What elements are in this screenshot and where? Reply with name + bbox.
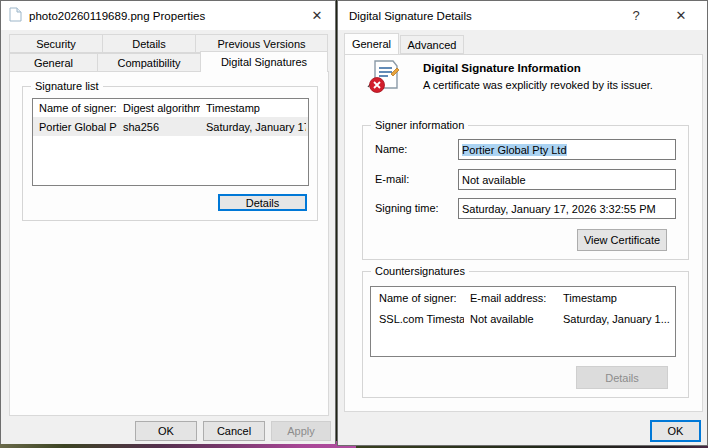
- signing-time-value: Saturday, January 17, 2026 3:32:55 PM: [462, 203, 656, 215]
- revocation-message: A certificate was explicitly revoked by …: [423, 79, 653, 91]
- view-certificate-button[interactable]: View Certificate: [577, 229, 667, 251]
- properties-footer: OK Cancel Apply: [1, 416, 335, 444]
- column-header-name-of-signer[interactable]: Name of signer:: [33, 102, 117, 114]
- column-header-name-of-signer[interactable]: Name of signer:: [371, 292, 464, 304]
- cancel-button[interactable]: Cancel: [203, 421, 265, 441]
- signature-row[interactable]: Portier Global Pty... sha256 Saturday, J…: [33, 117, 308, 136]
- details-button[interactable]: Details: [218, 194, 307, 211]
- email-value: Not available: [462, 174, 526, 186]
- countersignature-row-email: Not available: [464, 313, 557, 325]
- tab-previous-versions-label: Previous Versions: [217, 38, 305, 50]
- tab-general[interactable]: General: [9, 53, 98, 72]
- tab-general-label: General: [352, 38, 391, 50]
- properties-dialog-title: photo20260119689.png Properties: [29, 10, 205, 22]
- tab-advanced[interactable]: Advanced: [400, 35, 464, 54]
- digital-signatures-tabpage: Signature list Name of signer: Digest al…: [9, 71, 329, 416]
- tab-compatibility-label: Compatibility: [118, 57, 181, 69]
- properties-dialog: photo20260119689.png Properties ✕ Securi…: [0, 0, 336, 444]
- tab-security[interactable]: Security: [9, 34, 103, 53]
- tab-digital-signatures-label: Digital Signatures: [221, 56, 307, 68]
- signer-information-group-label: Signer information: [371, 119, 468, 131]
- signature-row-timestamp: Saturday, January 17,...: [200, 121, 306, 133]
- countersignature-details-button[interactable]: Details: [576, 366, 668, 389]
- properties-titlebar: photo20260119689.png Properties ✕: [1, 1, 335, 30]
- ok-button[interactable]: OK: [650, 420, 701, 442]
- name-label: Name:: [375, 143, 407, 155]
- details-footer: OK: [338, 412, 707, 445]
- signing-time-label: Signing time:: [375, 202, 439, 214]
- signature-listview-header: Name of signer: Digest algorithm Timesta…: [33, 99, 308, 117]
- countersignatures-listview[interactable]: Name of signer: E-mail address: Timestam…: [370, 286, 676, 357]
- ok-button[interactable]: OK: [135, 421, 197, 441]
- countersignature-row-timestamp: Saturday, January 1...: [557, 313, 675, 325]
- column-header-timestamp[interactable]: Timestamp: [200, 102, 306, 114]
- column-header-timestamp[interactable]: Timestamp: [557, 292, 675, 304]
- tab-general-label: General: [34, 57, 73, 69]
- name-field[interactable]: Portier Global Pty Ltd: [458, 139, 676, 160]
- countersignature-row[interactable]: SSL.com Timesta... Not available Saturda…: [371, 308, 675, 329]
- countersignatures-groupbox: Countersignatures Name of signer: E-mail…: [362, 271, 689, 398]
- column-header-email-address[interactable]: E-mail address:: [464, 292, 557, 304]
- countersignature-row-name: SSL.com Timesta...: [371, 313, 464, 325]
- tab-compatibility[interactable]: Compatibility: [97, 53, 201, 72]
- tab-digital-signatures[interactable]: Digital Signatures: [200, 51, 328, 72]
- tab-general[interactable]: General: [344, 33, 399, 54]
- signature-row-digest: sha256: [117, 121, 200, 133]
- countersignatures-header: Name of signer: E-mail address: Timestam…: [371, 287, 675, 308]
- signature-listview[interactable]: Name of signer: Digest algorithm Timesta…: [32, 98, 309, 186]
- tab-security-label: Security: [36, 38, 76, 50]
- tab-details-label: Details: [132, 38, 166, 50]
- close-icon[interactable]: ✕: [299, 1, 335, 29]
- general-tabpage: Digital Signature Information A certific…: [344, 54, 703, 412]
- tab-advanced-label: Advanced: [408, 39, 457, 51]
- signer-information-groupbox: Signer information Name: Portier Global …: [362, 125, 689, 260]
- email-label: E-mail:: [375, 173, 409, 185]
- digital-signature-icon: [367, 60, 403, 96]
- info-heading: Digital Signature Information: [423, 62, 581, 74]
- signature-list-groupbox: Signature list Name of signer: Digest al…: [22, 86, 318, 221]
- column-header-digest-algorithm[interactable]: Digest algorithm: [117, 102, 200, 114]
- countersignatures-group-label: Countersignatures: [371, 265, 469, 277]
- file-icon: [9, 7, 22, 24]
- details-dialog-title: Digital Signature Details: [349, 10, 472, 22]
- details-titlebar: Digital Signature Details ? ✕: [338, 1, 707, 30]
- help-icon[interactable]: ?: [618, 1, 654, 29]
- digital-signature-details-dialog: Digital Signature Details ? ✕ General Ad…: [337, 0, 708, 446]
- apply-button[interactable]: Apply: [271, 421, 331, 441]
- signing-time-field[interactable]: Saturday, January 17, 2026 3:32:55 PM: [458, 198, 676, 219]
- name-value: Portier Global Pty Ltd: [462, 144, 567, 156]
- email-field[interactable]: Not available: [458, 169, 676, 190]
- signature-row-name: Portier Global Pty...: [33, 121, 117, 133]
- tab-details[interactable]: Details: [102, 34, 196, 53]
- close-icon[interactable]: ✕: [663, 1, 699, 29]
- signature-list-group-label: Signature list: [31, 80, 103, 92]
